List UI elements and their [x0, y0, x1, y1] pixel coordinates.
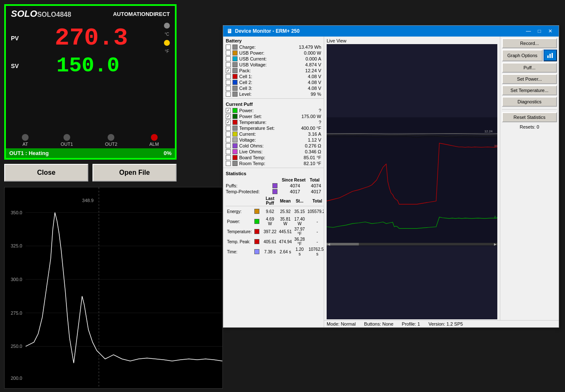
since-reset-label: Since Reset	[282, 178, 306, 182]
restore-button[interactable]: □	[534, 27, 544, 35]
battery-charge-value: 13.479 Wh	[296, 45, 321, 50]
cell2-checkbox[interactable]	[226, 80, 231, 85]
puff-button[interactable]: Puff...	[502, 63, 557, 73]
pv-value: 270.3	[55, 26, 128, 50]
sidebar-divider	[502, 109, 557, 110]
usb-power-checkbox[interactable]	[226, 50, 231, 55]
pack-value-label: 12.24	[484, 129, 493, 133]
open-file-button[interactable]: Open File	[92, 164, 177, 182]
diagnostics-button[interactable]: Diagnostics	[502, 97, 557, 107]
power-row: Power: ?	[223, 108, 324, 113]
live-ohms-checkbox[interactable]	[226, 149, 231, 154]
svg-text:◀: ◀	[327, 242, 330, 246]
battery-charge-label: Charge:	[239, 45, 296, 50]
dm-left-panel: Battery Charge: 13.479 Wh USB Power: 0.0…	[223, 37, 324, 327]
usb-voltage-color	[232, 62, 238, 67]
cell3-color	[232, 86, 238, 91]
at-dot	[22, 134, 29, 141]
svg-rect-17	[327, 243, 359, 245]
temp-stats-color	[254, 229, 259, 234]
voltage-checkbox[interactable]	[226, 137, 231, 142]
svg-text:200.0: 200.0	[11, 376, 22, 381]
status-pct: 0%	[164, 150, 172, 156]
cell2-row: Cell 2: 4.08 V	[223, 79, 324, 85]
cell3-checkbox[interactable]	[226, 86, 231, 91]
total-label: Total	[310, 178, 319, 182]
battery-section-title: Battery	[223, 37, 324, 44]
power-set-color	[232, 114, 238, 119]
window-close-button[interactable]: ✕	[545, 27, 555, 35]
set-temperature-button[interactable]: Set Temperature...	[502, 85, 557, 95]
alm-indicator: ALM	[149, 133, 159, 147]
svg-text:▶: ▶	[494, 242, 497, 246]
graph-options-icon-button[interactable]	[544, 50, 557, 61]
pack-row: Pack: 12.24 V	[223, 68, 324, 74]
usb-current-color	[232, 56, 238, 61]
stats-table: Last Puff Mean St... Total Mean St... To…	[226, 196, 324, 257]
svg-text:325.0: 325.0	[11, 243, 22, 248]
close-button[interactable]: Close	[4, 164, 88, 182]
solo-logo: SOLOSOLO4848	[11, 8, 71, 19]
cold-ohms-row: Cold Ohms: 0.276 Ω	[223, 143, 324, 149]
window-icon: 🖥	[227, 28, 232, 34]
usb-voltage-checkbox[interactable]	[226, 62, 231, 67]
temperature-color	[232, 120, 238, 125]
level-checkbox[interactable]	[226, 92, 231, 97]
reset-statistics-button[interactable]: Reset Statistics	[502, 112, 557, 122]
set-power-button[interactable]: Set Power...	[502, 74, 557, 84]
room-temp-checkbox[interactable]	[226, 161, 231, 166]
minimize-button[interactable]: —	[523, 27, 533, 35]
solo-sv-row: SV 150.0	[11, 55, 170, 77]
board-temp-checkbox[interactable]	[226, 155, 231, 160]
graph-options-row: Graph Options	[502, 50, 557, 61]
cell1-checkbox[interactable]	[226, 74, 231, 79]
sv-label: SV	[11, 63, 19, 69]
current-checkbox[interactable]	[226, 132, 231, 137]
power-set-row: Power Set: 175.00 W	[223, 113, 324, 119]
pack-checkbox[interactable]	[226, 68, 231, 73]
solo-status-bar: OUT1 : Heating 0%	[6, 148, 175, 158]
col-st-sr: St...	[293, 196, 306, 206]
svg-rect-0	[5, 187, 222, 388]
puffs-stats-row: Puffs: 4074 4074	[226, 183, 321, 188]
svg-rect-22	[552, 53, 553, 58]
usb-power-color	[232, 50, 238, 55]
col-total-sr: Total	[306, 196, 324, 206]
col-last-puff: Last Puff	[262, 196, 278, 206]
time-stats-row: Time: 7.38 s 2.64 s 1.20 s 10762.55 s 2.…	[226, 247, 324, 257]
cold-ohms-checkbox[interactable]	[226, 143, 231, 148]
puffs-total: 4074	[300, 183, 321, 188]
voltage-color	[232, 137, 238, 142]
window-title: Device Monitor - ERM+ 250	[235, 28, 523, 34]
live-view-svg: 12.24 398.82 2.46 ◀	[327, 44, 497, 319]
col-mean-sr: Mean	[278, 196, 293, 206]
live-view-title: Live View	[324, 37, 500, 44]
usb-current-checkbox[interactable]	[226, 56, 231, 61]
status-mode: Mode: Normal	[327, 321, 356, 326]
battery-charge-checkbox[interactable]	[226, 45, 231, 50]
power-set-checkbox[interactable]	[226, 114, 231, 119]
solo-header: SOLOSOLO4848 AUTOMATIONDIRECT	[6, 6, 175, 20]
solo-controller: SOLOSOLO4848 AUTOMATIONDIRECT PV 270.3 °…	[4, 4, 177, 160]
bar-chart-icon	[547, 52, 554, 59]
status-text: OUT1 : Heating	[9, 150, 49, 156]
temperature-set-checkbox[interactable]	[226, 126, 231, 131]
temp-indicators: °C °F	[164, 23, 170, 54]
dm-statusbar: Mode: Normal Buttons: None Profile: 1 Ve…	[324, 320, 559, 327]
svg-text:250.0: 250.0	[11, 344, 22, 349]
board-temp-color	[232, 155, 238, 160]
power-checkbox[interactable]	[226, 108, 231, 113]
room-temp-row: Room Temp: 82.10 °F	[223, 160, 324, 166]
solo-bottom-indicators: AT OUT1 OUT2 ALM	[6, 131, 175, 148]
temperature-checkbox[interactable]	[226, 120, 231, 125]
record-button[interactable]: Record...	[502, 38, 557, 48]
window-body: Battery Charge: 13.479 Wh USB Power: 0.0…	[223, 37, 559, 327]
graph-options-button[interactable]: Graph Options	[502, 50, 543, 61]
live-view-chart: 12.24 398.82 2.46 ◀	[327, 44, 497, 319]
resets-count: Resets: 0	[502, 124, 557, 130]
battery-charge-color	[232, 45, 238, 50]
temp-protected-total: 4017	[300, 189, 321, 194]
temperature-set-row: Temperature Set: 400.00 °F	[223, 125, 324, 131]
sv-value: 150.0	[56, 55, 119, 76]
energy-stats-row: Energy: 9.62 25.92 35.15 105579.28 25.92…	[226, 206, 324, 217]
